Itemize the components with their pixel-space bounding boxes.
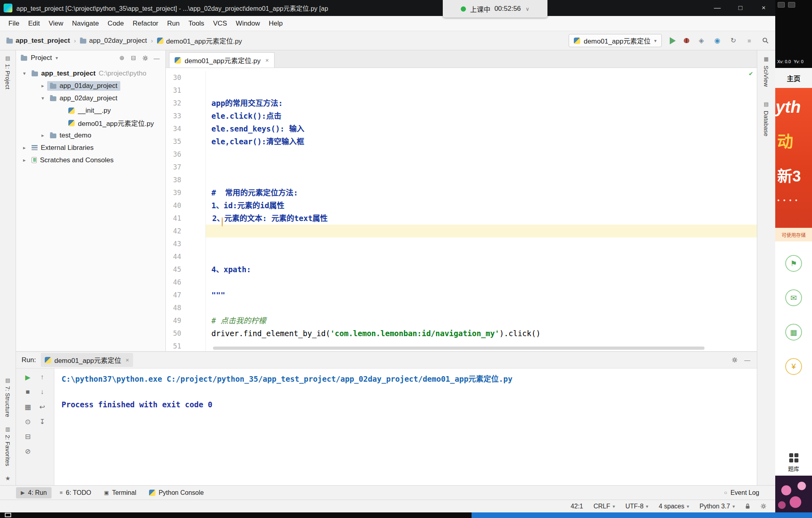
- editor-line-36[interactable]: 36: [166, 148, 757, 161]
- tree-item-init-py[interactable]: __init__.py: [16, 104, 165, 117]
- chevron-down-icon[interactable]: ▾: [38, 95, 47, 101]
- menu-tools[interactable]: Tools: [184, 20, 209, 28]
- tree-item-app-test-project[interactable]: ▾app_test_projectC:\project\pytho: [16, 67, 165, 80]
- tool-strip-button-favorites[interactable]: ▥2: Favorites: [4, 426, 11, 466]
- tool-strip-button-project[interactable]: ▤1: Project: [4, 55, 11, 89]
- project-panel-title[interactable]: Project: [31, 54, 52, 62]
- tree-item-app-02day-project[interactable]: ▾app_02day_project: [16, 92, 165, 104]
- class-timer-overlay[interactable]: 上课中 00:52:56 ∨: [443, 0, 547, 18]
- editor-line-43[interactable]: 43: [166, 237, 757, 250]
- question-bank-button[interactable]: 题库: [775, 450, 812, 476]
- rerun-icon[interactable]: ↻: [729, 37, 737, 45]
- thumbnail-icon[interactable]: [778, 2, 785, 8]
- gear-icon[interactable]: [730, 357, 738, 363]
- breadcrumb-item-demo01-app-py[interactable]: demo01_app元素定位.py: [157, 36, 242, 46]
- favorites-star-icon[interactable]: ★: [5, 475, 10, 482]
- tool-window-button-event-log[interactable]: ○Event Log: [719, 487, 764, 498]
- code-editor[interactable]: 303132app的常用交互方法:33ele.click():点击34ele.s…: [166, 68, 757, 351]
- run-configuration-select[interactable]: demo01_app元素定位 ▾: [569, 34, 662, 47]
- locate-file-icon[interactable]: ⊕: [118, 54, 126, 62]
- tool-strip-button-structure[interactable]: ▤7: Structure: [4, 377, 11, 417]
- pin-icon[interactable]: ⊙: [23, 417, 33, 426]
- lock-icon[interactable]: [745, 503, 750, 509]
- editor-line-47[interactable]: 47""": [166, 289, 757, 301]
- yen-icon[interactable]: ¥: [785, 358, 802, 375]
- editor-line-31[interactable]: 31: [166, 84, 757, 97]
- maximize-button[interactable]: □: [729, 0, 752, 16]
- editor-line-46[interactable]: 46: [166, 276, 757, 289]
- menu-window[interactable]: Window: [231, 20, 264, 28]
- editor-line-41[interactable]: 412、元素的文本: 元素的text属性: [166, 212, 757, 225]
- soft-wrap-icon[interactable]: ↩: [38, 402, 47, 412]
- close-tab-icon[interactable]: ×: [125, 357, 129, 363]
- coverage-icon[interactable]: ◈: [697, 37, 705, 45]
- menu-help[interactable]: Help: [265, 20, 287, 28]
- clear-all-icon[interactable]: ⊘: [23, 446, 33, 456]
- menu-file[interactable]: File: [4, 20, 24, 28]
- print-icon[interactable]: ⊟: [23, 432, 33, 441]
- hide-panel-icon[interactable]: —: [153, 55, 161, 62]
- editor-line-38[interactable]: 38: [166, 173, 757, 186]
- chevron-right-icon[interactable]: ▸: [38, 83, 47, 89]
- editor-line-35[interactable]: 35ele,clear():清空输入框: [166, 135, 757, 148]
- tree-item-scratches-and-consoles[interactable]: ▸Scratches and Consoles: [16, 154, 165, 166]
- stop-icon[interactable]: ■: [23, 387, 33, 397]
- tool-strip-button-database[interactable]: ▤Database: [763, 101, 770, 136]
- status-crlf[interactable]: CRLF▾: [593, 503, 615, 510]
- horizontal-scrollbar[interactable]: [213, 347, 705, 350]
- editor-line-30[interactable]: 30: [166, 71, 757, 84]
- editor-line-45[interactable]: 454、xpath:: [166, 263, 757, 276]
- tree-item-test-demo[interactable]: ▸test_demo: [16, 129, 165, 141]
- editor-line-50[interactable]: 50driver.find_element_by_id('com.lemon.l…: [166, 327, 757, 340]
- tool-strip-button-sciview[interactable]: ▦SciView: [763, 56, 770, 87]
- home-tab[interactable]: 主页: [775, 68, 812, 88]
- restore-layout-icon[interactable]: ▦: [23, 402, 33, 412]
- menu-run[interactable]: Run: [163, 20, 184, 28]
- tool-window-button-run[interactable]: ▶4: Run: [16, 487, 52, 498]
- calendar-icon[interactable]: ▦: [785, 324, 802, 341]
- close-button[interactable]: ×: [752, 0, 775, 16]
- run-icon[interactable]: [670, 37, 676, 44]
- editor-tab[interactable]: demo01_app元素定位.py ×: [169, 52, 275, 68]
- close-tab-icon[interactable]: ×: [265, 57, 269, 64]
- debug-icon[interactable]: [684, 38, 689, 43]
- rerun-icon[interactable]: ▶: [23, 373, 33, 382]
- chevron-right-icon[interactable]: ▸: [20, 157, 29, 163]
- tree-item-external-libraries[interactable]: ▸External Libraries: [16, 141, 165, 154]
- menu-edit[interactable]: Edit: [24, 20, 44, 28]
- editor-line-49[interactable]: 49# 点击我的柠檬: [166, 314, 757, 327]
- chat-icon[interactable]: ✉: [785, 289, 802, 306]
- profiler-icon[interactable]: ◉: [713, 37, 721, 45]
- minimize-button[interactable]: —: [706, 0, 729, 16]
- menu-view[interactable]: View: [44, 20, 68, 28]
- tool-window-button-terminal[interactable]: ▣Terminal: [99, 487, 141, 498]
- editor-line-32[interactable]: 32app的常用交互方法:: [166, 97, 757, 110]
- tree-item-demo01-app-py[interactable]: demo01_app元素定位.py: [16, 117, 165, 129]
- breadcrumb-item-app-test-project[interactable]: app_test_project: [6, 37, 70, 45]
- breadcrumb-item-app-02day-project[interactable]: app_02day_project: [80, 37, 147, 45]
- menu-code[interactable]: Code: [103, 20, 128, 28]
- bookmark-icon[interactable]: ⚑: [785, 255, 802, 272]
- chevron-right-icon[interactable]: ▸: [20, 145, 29, 151]
- thumbnail-icon[interactable]: [788, 2, 795, 8]
- tree-item-app-01day-project[interactable]: ▸app_01day_project: [16, 80, 165, 92]
- gear-icon[interactable]: [760, 503, 766, 509]
- collapse-all-icon[interactable]: ⊟: [129, 54, 137, 62]
- taskbar-window-icon[interactable]: [5, 513, 11, 517]
- menu-refactor[interactable]: Refactor: [128, 20, 163, 28]
- hide-panel-icon[interactable]: —: [743, 357, 751, 363]
- prev-occurrence-icon[interactable]: ↑: [38, 373, 47, 382]
- editor-line-44[interactable]: 44: [166, 250, 757, 263]
- tool-window-button-todo[interactable]: ≡6: TODO: [55, 487, 96, 498]
- status-4-spaces[interactable]: 4 spaces▾: [659, 503, 689, 510]
- editor-line-48[interactable]: 48: [166, 301, 757, 314]
- stop-icon[interactable]: ■: [745, 37, 753, 45]
- status-python-3-7[interactable]: Python 3.7▾: [699, 503, 735, 510]
- editor-line-42[interactable]: 42: [166, 225, 757, 237]
- status-utf-8[interactable]: UTF-8▾: [625, 503, 648, 510]
- menu-vcs[interactable]: VCS: [209, 20, 231, 28]
- next-occurrence-icon[interactable]: ↓: [38, 387, 47, 397]
- editor-line-37[interactable]: 37: [166, 161, 757, 173]
- editor-line-40[interactable]: 401、id:元素的id属性: [166, 199, 757, 212]
- chevron-right-icon[interactable]: ▸: [38, 132, 47, 138]
